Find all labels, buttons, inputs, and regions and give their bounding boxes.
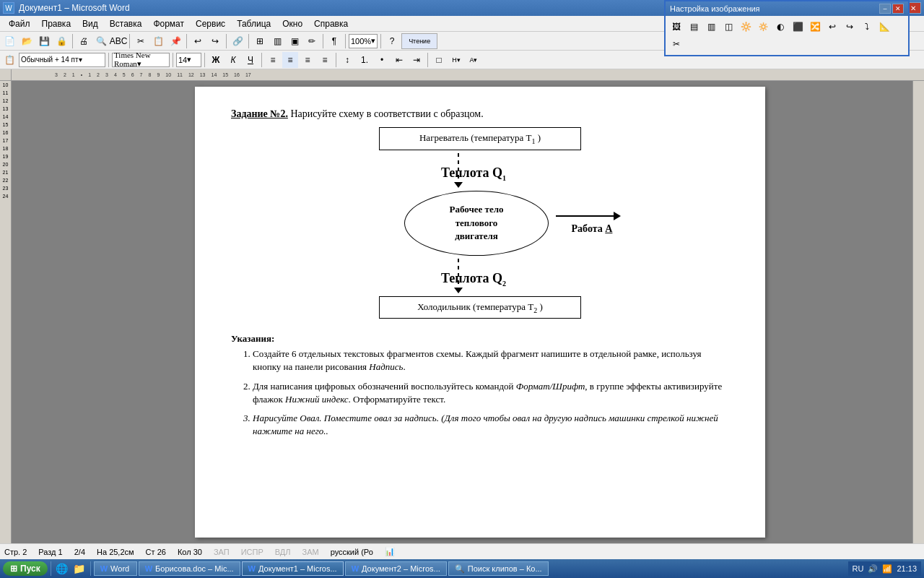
status-line: Ст 26 xyxy=(146,548,166,556)
instruction-item-2: Для написания цифровых обозначений воспо… xyxy=(253,380,729,406)
heat1-label: Теплота Q1 xyxy=(441,165,506,180)
panel-icon-9[interactable]: 🔀 xyxy=(807,19,823,35)
panel-icon-12[interactable]: ⤵ xyxy=(859,19,875,35)
font-name-dropdown[interactable]: Times New Roman▾ xyxy=(112,53,170,67)
menu-file[interactable]: Файл xyxy=(3,17,36,30)
taskbar-app-search[interactable]: 🔍 Поиск клипов – Ко... xyxy=(448,561,549,576)
decrease-indent-button[interactable]: ⇤ xyxy=(391,52,407,68)
new-button[interactable]: 📄 xyxy=(1,33,17,49)
panel-icon-4[interactable]: ◫ xyxy=(720,19,736,35)
taskbar-right: RU 🔊 📶 21:13 xyxy=(848,561,921,576)
panel-icon-13[interactable]: 📐 xyxy=(876,19,892,35)
taskbar-explorer-icon[interactable]: 📁 xyxy=(71,561,87,577)
panel-icon-11[interactable]: ↪ xyxy=(842,19,858,35)
print-preview-button[interactable]: 🔍 xyxy=(93,33,109,49)
menu-help[interactable]: Справка xyxy=(308,17,354,30)
work-arrow xyxy=(556,212,621,220)
columns-button[interactable]: ▥ xyxy=(269,33,285,49)
taskbar-separator2 xyxy=(90,561,91,576)
save-button[interactable]: 💾 xyxy=(36,33,52,49)
font-size-dropdown[interactable]: 14▾ xyxy=(176,53,201,67)
style-dropdown[interactable]: Обычный + 14 пт▾ xyxy=(19,53,105,67)
highlight-button[interactable]: H▾ xyxy=(448,52,464,68)
instruction-item-3: Нарисуйте Овал. Поместите овал за надпис… xyxy=(253,412,729,438)
bullets-button[interactable]: • xyxy=(374,52,390,68)
style-button[interactable]: 📋 xyxy=(1,52,17,68)
frame-button[interactable]: ▣ xyxy=(287,33,302,49)
print-button[interactable]: 🖨 xyxy=(76,33,92,49)
paste-button[interactable]: 📌 xyxy=(167,33,183,49)
copy-button[interactable]: 📋 xyxy=(150,33,166,49)
redo-button[interactable]: ↪ xyxy=(207,33,223,49)
float-panel-minimize[interactable]: – xyxy=(879,4,891,14)
taskbar-separator xyxy=(51,561,51,576)
drawing-button[interactable]: ✏ xyxy=(304,33,320,49)
menu-view[interactable]: Вид xyxy=(77,17,104,30)
bold-button[interactable]: Ж xyxy=(208,52,224,68)
panel-icon-14[interactable]: ✂ xyxy=(668,36,684,52)
right-scrollbar[interactable] xyxy=(912,81,924,543)
panel-icon-7[interactable]: ◐ xyxy=(772,19,788,35)
heat2-label-container: Теплота Q2 xyxy=(441,271,506,288)
hyperlink-button[interactable]: 🔗 xyxy=(230,33,245,49)
permission-button[interactable]: 🔒 xyxy=(53,33,69,49)
align-justify-button[interactable]: ≡ xyxy=(317,52,333,68)
open-button[interactable]: 📂 xyxy=(19,33,35,49)
menu-table[interactable]: Таблица xyxy=(231,17,276,30)
cut-button[interactable]: ✂ xyxy=(133,33,149,49)
menu-insert[interactable]: Вставка xyxy=(104,17,148,30)
spell-button[interactable]: ABC xyxy=(110,33,126,49)
document-area[interactable]: Задание №2. Нарисуйте схему в соответств… xyxy=(12,81,912,543)
work-arrow-head xyxy=(614,212,621,220)
align-center-button[interactable]: ≡ xyxy=(282,52,298,68)
taskbar-app-word[interactable]: W Word xyxy=(94,561,137,576)
underline-button[interactable]: Ч xyxy=(243,52,258,68)
status-zap: ЗАП xyxy=(214,548,230,556)
show-para-button[interactable]: ¶ xyxy=(326,33,342,49)
taskbar-app-borisova[interactable]: W Борисова.doc – Mic... xyxy=(139,561,240,576)
align-left-button[interactable]: ≡ xyxy=(265,52,281,68)
panel-icon-3[interactable]: ▥ xyxy=(703,19,719,35)
taskbar-app-doc2-label: Документ2 – Micros... xyxy=(362,564,440,573)
ruler-area: 3 2 1 • 1 2 3 4 5 6 7 8 9 10 11 12 13 14… xyxy=(0,69,924,81)
task-title: Задание №2. xyxy=(231,108,288,119)
border-button[interactable]: □ xyxy=(431,52,447,68)
panel-icon-2[interactable]: ▤ xyxy=(686,19,702,35)
align-right-button[interactable]: ≡ xyxy=(300,52,315,68)
numbering-button[interactable]: 1. xyxy=(357,52,372,68)
menu-edit[interactable]: Правка xyxy=(36,17,77,30)
panel-icon-1[interactable]: 🖼 xyxy=(668,19,684,35)
increase-indent-button[interactable]: ⇥ xyxy=(409,52,424,68)
main-content: 101112131415161718192021222324 Задание №… xyxy=(0,81,924,543)
system-tray: RU 🔊 📶 21:13 xyxy=(848,561,921,576)
start-button[interactable]: ⊞ Пуск xyxy=(3,561,48,576)
read-mode-button[interactable]: Чтение xyxy=(401,33,437,49)
zoom-dropdown[interactable]: 100%▾ xyxy=(349,34,378,48)
panel-icon-8[interactable]: ⬛ xyxy=(790,19,806,35)
taskbar-app-doc1[interactable]: W Документ1 – Micros... xyxy=(242,561,344,576)
help-button[interactable]: ? xyxy=(384,33,400,49)
taskbar-app-search-label: Поиск клипов – Ко... xyxy=(468,564,542,573)
taskbar-ie-icon[interactable]: 🌐 xyxy=(54,561,70,577)
taskbar-app-doc1-label: Документ1 – Micros... xyxy=(258,564,337,573)
heat1-label-container: Теплота Q1 xyxy=(441,165,506,182)
font-color-button[interactable]: A▾ xyxy=(466,52,481,68)
status-page: Стр. 2 xyxy=(4,548,27,556)
undo-button[interactable]: ↩ xyxy=(190,33,206,49)
panel-icon-10[interactable]: ↩ xyxy=(824,19,840,35)
table-button[interactable]: ⊞ xyxy=(252,33,268,49)
menu-window[interactable]: Окно xyxy=(276,17,308,30)
taskbar-app-doc2[interactable]: W Документ2 – Micros... xyxy=(345,561,447,576)
panel-icon-5[interactable]: 🔆 xyxy=(738,19,754,35)
document-page: Задание №2. Нарисуйте схему в соответств… xyxy=(195,87,765,538)
instructions-list: Создайте 6 отдельных текстовых фрагменто… xyxy=(253,348,729,438)
working-body-row: Рабочее тело теплового двигателя Работа … xyxy=(339,191,621,256)
menu-service[interactable]: Сервис xyxy=(190,17,231,30)
panel-icon-6[interactable]: 🔅 xyxy=(755,19,771,35)
menu-format[interactable]: Формат xyxy=(147,17,190,30)
heat2-section: Теплота Q2 xyxy=(454,259,506,293)
taskbar-app-borisova-label: Борисова.doc – Mic... xyxy=(155,564,233,573)
float-panel-close[interactable]: ✕ xyxy=(892,4,904,14)
italic-button[interactable]: К xyxy=(225,52,241,68)
line-spacing-button[interactable]: ↕ xyxy=(339,52,355,68)
